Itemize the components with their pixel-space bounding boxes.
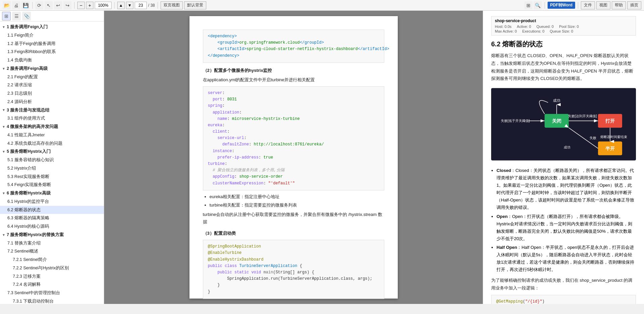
toc-item[interactable]: 5.1 服务容错的核心知识 bbox=[0, 156, 104, 164]
help-menu[interactable]: 帮助 bbox=[612, 1, 626, 9]
expand-arrow[interactable]: ▼ bbox=[2, 25, 5, 30]
toc-item-label: 3 服务注册与发现总结 bbox=[7, 107, 49, 114]
save-btn[interactable]: 💾 bbox=[22, 1, 30, 9]
toc-item[interactable]: 7.3 Sentinel中的管理控制台 bbox=[0, 289, 104, 297]
toc-item[interactable]: ▼6 服务熔断Hystrix高级 bbox=[0, 189, 104, 197]
toc-item[interactable]: 4.1 性能工具Jmeter bbox=[0, 131, 104, 139]
toc-item-label: 7.3 Sentinel中的管理控制台 bbox=[7, 290, 60, 296]
undo-btn[interactable]: ↩ bbox=[54, 1, 62, 9]
toc-item[interactable]: 6.3 熔断器的隔离策略 bbox=[0, 214, 104, 222]
toc-item-label: 2.4 源码分析 bbox=[7, 99, 32, 105]
expand-arrow[interactable]: ▼ bbox=[2, 232, 5, 237]
toc-item[interactable]: 6.1 Hystrix的监控平台 bbox=[0, 197, 104, 206]
toc-item[interactable]: 7.2.1 Sentinel简介 bbox=[0, 256, 104, 264]
section3-title: （3）配置启动类 bbox=[203, 230, 384, 237]
success-bottom-text: 成功 bbox=[564, 145, 570, 149]
toc-item-label: 7.3.1 下载启动控制台 bbox=[13, 298, 54, 304]
stat-executions: Executions: 0 bbox=[522, 29, 544, 33]
toc-item-label: 6.3 熔断器的隔离策略 bbox=[7, 215, 49, 221]
sep5 bbox=[545, 2, 545, 9]
startup-code: @SpringBootApplication @EnableTurbine @E… bbox=[203, 240, 384, 299]
toc-toolbar: ⊞ ☰ 📎 bbox=[0, 11, 104, 21]
rotate-btn[interactable]: ⟳ bbox=[35, 1, 43, 9]
stat-queue-size: Queue Size: 0 bbox=[550, 29, 573, 33]
expand-arrow[interactable]: ▼ bbox=[2, 107, 5, 113]
toc-item[interactable]: ▼3 服务注册与发现总结 bbox=[0, 106, 104, 115]
toc-item[interactable]: ▼5 服务熔断Hystrix入门 bbox=[0, 147, 104, 156]
toc-grid-btn[interactable]: ⊞ bbox=[2, 12, 11, 20]
right-code-block: @GetMapping("/{id}") public Product find… bbox=[491, 295, 636, 304]
default-bg-btn[interactable]: 默认背景 bbox=[184, 1, 206, 9]
toc-item[interactable]: ▼1 服务调用Feign入门 bbox=[0, 23, 104, 31]
toc-item-label: 7.2.4 名词解释 bbox=[13, 281, 41, 288]
toc-item[interactable]: 1.2 基于Feign的服务调用 bbox=[0, 40, 104, 48]
toc-item[interactable]: 7.2.2 Sentinel与Hystrix的区别 bbox=[0, 264, 104, 272]
yaml-code: server: port: 8031 spring: application: … bbox=[203, 86, 384, 190]
open-file-btn[interactable]: 📂 bbox=[3, 1, 11, 9]
toc-content[interactable]: ▼1 服务调用Feign入门1.1 Feign简介1.2 基于Feign的服务调… bbox=[0, 21, 104, 304]
expand-arrow[interactable]: ▼ bbox=[2, 191, 5, 196]
toc-item-label: 7 服务熔断Hystrix的替换方案 bbox=[7, 232, 64, 238]
toc-item[interactable]: 7.2.3 迁移方案 bbox=[0, 272, 104, 281]
zoom-input[interactable] bbox=[95, 2, 112, 9]
search-btn[interactable]: 🔍 bbox=[534, 1, 542, 9]
page-input[interactable] bbox=[135, 2, 147, 9]
toc-item[interactable]: 6.4 Hystrix的核心源码 bbox=[0, 222, 104, 231]
toc-item[interactable]: 5.4 Feign实现服务熔断 bbox=[0, 181, 104, 189]
toc-item[interactable]: 7.3.1 下载启动控制台 bbox=[0, 297, 104, 304]
expand-arrow[interactable]: ▼ bbox=[2, 66, 5, 71]
toc-note-btn[interactable]: 📎 bbox=[22, 12, 31, 20]
bullets-list: eureka相关配置：指定注册中心地址 turbine相关配置：指定需要监控的微… bbox=[210, 193, 384, 209]
toc-item-label: 4 微服务架构的高并发问题 bbox=[7, 124, 58, 130]
dual-view-btn[interactable]: 双页视图 bbox=[161, 1, 183, 9]
redo-btn[interactable]: ↪ bbox=[63, 1, 72, 9]
page-down-btn[interactable]: ▼ bbox=[126, 2, 133, 9]
toc-item[interactable]: 2.1 Feign的配置 bbox=[0, 73, 104, 81]
toc-item[interactable]: 2.2 请求压缩 bbox=[0, 81, 104, 89]
toc-item[interactable]: 1.4 负载均衡 bbox=[0, 56, 104, 64]
toc-item[interactable]: 2.4 源码分析 bbox=[0, 98, 104, 106]
toc-item[interactable]: 7.1 替换方案介绍 bbox=[0, 239, 104, 248]
zoom-out-btn[interactable]: − bbox=[77, 2, 85, 9]
stats-row2: Max Active: 0 Executions: 0 Queue Size: … bbox=[495, 29, 632, 33]
toc-item-label: 2.3 日志级别 bbox=[7, 90, 32, 97]
toc-item[interactable]: 4.2 系统负载过高存在的问题 bbox=[0, 139, 104, 148]
dependency-code: <dependency> <groupId>org.springframewor… bbox=[203, 30, 384, 63]
zoom-in-btn[interactable]: + bbox=[86, 2, 93, 9]
toc-list-btn[interactable]: ☰ bbox=[12, 12, 21, 20]
toc-item-label: 7.1 替换方案介绍 bbox=[7, 240, 41, 246]
section-title: 6.2 熔断器的状态 bbox=[491, 40, 636, 49]
content-area[interactable]: <dependency> <groupId>org.springframewor… bbox=[104, 11, 483, 304]
toc-item[interactable]: ▼2 服务调用Feign高级 bbox=[0, 64, 104, 73]
toc-item[interactable]: 7.2 Sentinel概述 bbox=[0, 247, 104, 256]
toc-item[interactable]: 5.2 Hystrix介绍 bbox=[0, 164, 104, 173]
toc-item-label: 5.1 服务容错的核心知识 bbox=[7, 157, 54, 163]
expand-arrow[interactable]: ▼ bbox=[2, 149, 5, 154]
toc-item[interactable]: 3.1 组件的使用方式 bbox=[0, 114, 104, 123]
section2-title: （2）配置多个微服务的hystrix监控 bbox=[203, 67, 384, 74]
file-menu[interactable]: 文件 bbox=[581, 1, 595, 9]
pdf-word-btn[interactable]: PDF转Word bbox=[548, 2, 575, 9]
toc-item[interactable]: 2.3 日志级别 bbox=[0, 89, 104, 98]
stats-header: shop-service-product bbox=[495, 18, 632, 23]
toc-item-label: 7.2 Sentinel概述 bbox=[7, 248, 38, 255]
convert-menu[interactable]: 插页 bbox=[627, 1, 641, 9]
toc-item[interactable]: 1.1 Feign简介 bbox=[0, 31, 104, 40]
stat-pool: Pool Size: 0 bbox=[559, 25, 579, 29]
open-desc: Open：Open：打开状态（断路器打开），所有请求都会被降级。Hystrix会… bbox=[497, 213, 636, 242]
toc-item-label: 1.1 Feign简介 bbox=[7, 32, 34, 39]
toc-item[interactable]: 5.3 Rest实现服务熔断 bbox=[0, 173, 104, 181]
print-btn[interactable]: 🖨 bbox=[12, 1, 20, 9]
toc-panel: ⊞ ☰ 📎 ▼1 服务调用Feign入门1.1 Feign简介1.2 基于Fei… bbox=[0, 11, 104, 304]
toc-item[interactable]: 1.3 Feign和Ribbon的联系 bbox=[0, 48, 104, 56]
toc-item[interactable]: ▼7 服务熔断Hystrix的替换方案 bbox=[0, 231, 104, 239]
toc-item[interactable]: 6.2 熔断器的状态 bbox=[0, 206, 104, 214]
toc-item[interactable]: 7.2.4 名词解释 bbox=[0, 280, 104, 289]
toc-item-label: 1.3 Feign和Ribbon的联系 bbox=[7, 49, 56, 55]
view-menu[interactable]: 视图 bbox=[596, 1, 610, 9]
toc-item[interactable]: ▼4 微服务架构的高并发问题 bbox=[0, 123, 104, 131]
cursor-btn[interactable]: ↖ bbox=[45, 1, 53, 9]
fit-btn[interactable]: ⊞ bbox=[524, 1, 532, 9]
expand-arrow[interactable]: ▼ bbox=[2, 124, 5, 129]
page-up-btn[interactable]: ▲ bbox=[117, 2, 125, 9]
